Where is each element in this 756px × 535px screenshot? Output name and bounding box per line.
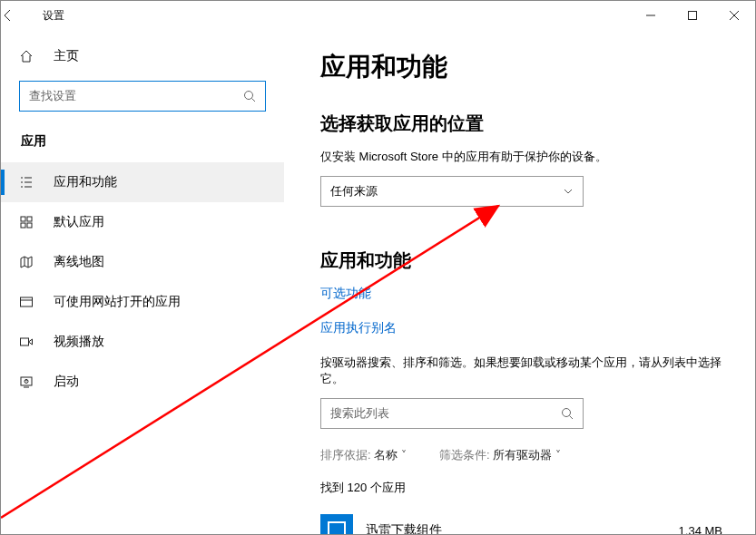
sidebar-item-video-playback[interactable]: 视频播放	[1, 322, 284, 362]
page-title: 应用和功能	[320, 50, 730, 84]
sidebar-item-startup[interactable]: 启动	[1, 362, 284, 402]
sidebar-item-apps-features[interactable]: 应用和功能	[1, 162, 284, 202]
window-buttons	[630, 1, 755, 30]
filter-value: 所有驱动器	[493, 448, 552, 462]
chevron-down-icon: ˅	[555, 449, 561, 462]
optional-features-link[interactable]: 可选功能	[320, 286, 730, 302]
sidebar-item-label: 应用和功能	[54, 174, 117, 190]
sidebar-item-label: 离线地图	[54, 254, 104, 270]
svg-line-3	[252, 99, 256, 102]
sidebar-item-apps-for-websites[interactable]: 可使用网站打开的应用	[1, 282, 284, 322]
sidebar-item-offline-maps[interactable]: 离线地图	[1, 242, 284, 282]
titlebar: 设置	[1, 1, 755, 30]
main-content: 应用和功能 选择获取应用的位置 仅安装 Microsoft Store 中的应用…	[284, 30, 755, 534]
back-button[interactable]	[1, 8, 41, 23]
sidebar-home[interactable]: 主页	[1, 41, 284, 72]
source-heading: 选择获取应用的位置	[320, 112, 730, 136]
sidebar-item-default-apps[interactable]: 默认应用	[1, 202, 284, 242]
source-desc: 仅安装 Microsoft Store 中的应用有助于保护你的设备。	[320, 149, 730, 165]
app-list-item[interactable]: 迅雷下载组件 1.34 MB	[320, 514, 730, 534]
settings-window: 设置 主页 查找设置 应用	[0, 0, 756, 535]
svg-rect-5	[27, 217, 32, 221]
search-icon	[561, 407, 574, 420]
apps-heading: 应用和功能	[320, 248, 730, 273]
source-dropdown-value: 任何来源	[330, 183, 378, 199]
sidebar-item-label: 默认应用	[54, 214, 104, 230]
sidebar-item-label: 视频播放	[54, 334, 104, 350]
apps-search-placeholder: 搜索此列表	[330, 405, 389, 422]
app-icon	[320, 514, 353, 534]
search-placeholder: 查找设置	[29, 88, 76, 104]
filter-control[interactable]: 筛选条件: 所有驱动器 ˅	[439, 447, 561, 463]
chevron-down-icon: ˅	[401, 449, 407, 462]
sidebar-home-label: 主页	[54, 48, 79, 64]
apps-search-input[interactable]: 搜索此列表	[320, 398, 584, 429]
svg-point-2	[245, 92, 253, 100]
startup-icon	[19, 374, 37, 389]
defaults-icon	[19, 215, 37, 229]
svg-rect-8	[21, 297, 33, 306]
filter-label: 筛选条件:	[439, 448, 490, 462]
source-dropdown[interactable]: 任何来源	[320, 176, 584, 207]
window-title: 设置	[41, 8, 64, 24]
sort-control[interactable]: 排序依据: 名称 ˅	[320, 447, 407, 463]
svg-rect-1	[689, 12, 697, 20]
website-icon	[19, 295, 37, 309]
sidebar-item-label: 启动	[54, 374, 79, 390]
app-name: 迅雷下载组件	[366, 522, 442, 534]
apps-desc: 按驱动器搜索、排序和筛选。如果想要卸载或移动某个应用，请从列表中选择它。	[320, 355, 730, 387]
svg-rect-6	[21, 223, 25, 228]
minimize-button[interactable]	[630, 1, 672, 30]
search-input[interactable]: 查找设置	[19, 81, 266, 112]
maximize-button[interactable]	[672, 1, 713, 30]
window-body: 主页 查找设置 应用 应用和功能 默认应用	[1, 30, 755, 534]
close-button[interactable]	[713, 1, 755, 30]
filters-row: 排序依据: 名称 ˅ 筛选条件: 所有驱动器 ˅	[320, 447, 730, 463]
svg-rect-7	[27, 223, 32, 228]
svg-rect-10	[21, 338, 29, 345]
apps-count: 找到 120 个应用	[320, 480, 730, 496]
list-icon	[19, 175, 37, 190]
chevron-down-icon	[563, 186, 574, 197]
home-icon	[19, 49, 37, 63]
map-icon	[19, 255, 37, 269]
sort-value: 名称	[374, 448, 398, 462]
svg-point-15	[563, 409, 571, 417]
sidebar-item-label: 可使用网站打开的应用	[54, 294, 181, 310]
app-alias-link[interactable]: 应用执行别名	[320, 320, 730, 336]
sidebar-section-label: 应用	[1, 124, 284, 162]
svg-rect-4	[21, 217, 25, 221]
sidebar: 主页 查找设置 应用 应用和功能 默认应用	[1, 30, 284, 534]
app-size: 1.34 MB	[679, 524, 730, 535]
video-icon	[19, 335, 37, 349]
sort-label: 排序依据:	[320, 448, 371, 462]
search-icon	[243, 90, 256, 102]
svg-line-16	[570, 416, 574, 420]
